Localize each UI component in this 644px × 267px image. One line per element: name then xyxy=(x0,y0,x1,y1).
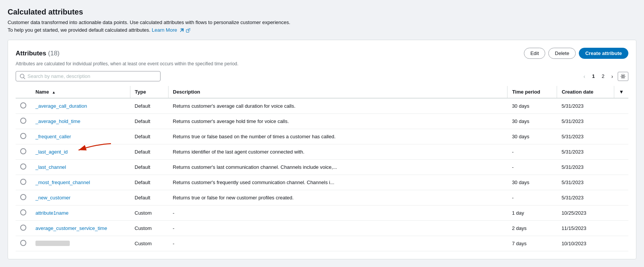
table-row: Custom - 7 days 10/10/2023 xyxy=(16,236,628,251)
row-radio-8[interactable] xyxy=(16,206,31,221)
row-name-9: average_customer_service_time xyxy=(31,221,130,236)
row-actions-10 xyxy=(614,236,628,251)
row-desc-4: Returns identifier of the last agent cus… xyxy=(168,144,507,160)
row-type-7: Default xyxy=(130,190,168,206)
row-name-3: _frequent_caller xyxy=(31,129,130,144)
row-radio-1[interactable] xyxy=(16,98,31,114)
th-check xyxy=(16,86,31,98)
row-radio-2[interactable] xyxy=(16,114,31,129)
create-attribute-button[interactable]: Create attribute xyxy=(579,48,628,59)
row-date-5: 5/31/2023 xyxy=(557,160,614,175)
delete-button[interactable]: Delete xyxy=(548,48,576,59)
row-radio-4[interactable] xyxy=(16,144,31,160)
row-radio-5[interactable] xyxy=(16,160,31,175)
row-type-5: Default xyxy=(130,160,168,175)
row-time-6: 30 days xyxy=(507,175,557,190)
table-header: Name ▲ Type Description Time period Crea… xyxy=(16,86,628,98)
row-name-5: _last_channel xyxy=(31,160,130,175)
table-row: _most_frequent_channel Default Returns c… xyxy=(16,175,628,190)
search-box[interactable] xyxy=(16,71,161,81)
row-radio-9[interactable] xyxy=(16,221,31,236)
table-row: _last_channel Default Returns customer's… xyxy=(16,160,628,175)
search-and-pagination: ‹ 1 2 › xyxy=(16,71,628,81)
pagination-controls: ‹ 1 2 › xyxy=(581,72,628,81)
row-time-5: - xyxy=(507,160,557,175)
table-row: _average_hold_time Default Returns custo… xyxy=(16,114,628,129)
row-date-6: 5/31/2023 xyxy=(557,175,614,190)
row-radio-7[interactable] xyxy=(16,190,31,206)
row-actions-1 xyxy=(614,98,628,114)
next-page-button[interactable]: › xyxy=(609,72,615,81)
table-row: _frequent_caller Default Returns true or… xyxy=(16,129,628,144)
card-title-area: Attributes (18) xyxy=(16,50,59,57)
row-actions-8 xyxy=(614,206,628,221)
search-icon xyxy=(20,74,25,79)
row-type-1: Default xyxy=(130,98,168,114)
description-line1: Customer data transformed into actionabl… xyxy=(8,19,290,25)
header-actions: Edit Delete Create attribute xyxy=(524,48,628,59)
table-wrapper: Name ▲ Type Description Time period Crea… xyxy=(16,86,628,251)
row-actions-5 xyxy=(614,160,628,175)
row-time-1: 30 days xyxy=(507,98,557,114)
card-subtitle: Attributes are calculated for individual… xyxy=(16,61,628,66)
row-time-8: 1 day xyxy=(507,206,557,221)
row-type-3: Default xyxy=(130,129,168,144)
row-type-10: Custom xyxy=(130,236,168,251)
row-date-9: 11/15/2023 xyxy=(557,221,614,236)
th-actions: ▼ xyxy=(614,86,628,98)
svg-point-5 xyxy=(622,75,624,77)
row-name-4: _last_agent_id xyxy=(31,144,130,160)
row-time-3: 30 days xyxy=(507,129,557,144)
th-time-period: Time period xyxy=(507,86,557,98)
row-time-9: 2 days xyxy=(507,221,557,236)
row-name-10 xyxy=(31,236,130,251)
description-line2: To help you get started, we provided def… xyxy=(8,27,150,33)
row-actions-3 xyxy=(614,129,628,144)
prev-page-button[interactable]: ‹ xyxy=(581,72,588,81)
row-time-4: - xyxy=(507,144,557,160)
card-title: Attributes (18) xyxy=(16,50,59,57)
row-desc-3: Returns true or false based on the numbe… xyxy=(168,129,507,144)
row-date-1: 5/31/2023 xyxy=(557,98,614,114)
blurred-name xyxy=(35,241,70,246)
row-type-2: Default xyxy=(130,114,168,129)
gear-icon xyxy=(620,74,626,79)
svg-line-4 xyxy=(24,78,25,79)
external-link-icon-small xyxy=(186,28,190,32)
table-row: average_customer_service_time Custom - 2… xyxy=(16,221,628,236)
row-desc-5: Returns customer's last communication ch… xyxy=(168,160,507,175)
row-radio-3[interactable] xyxy=(16,129,31,144)
attributes-table: Name ▲ Type Description Time period Crea… xyxy=(16,86,628,251)
row-radio-6[interactable] xyxy=(16,175,31,190)
row-radio-10[interactable] xyxy=(16,236,31,251)
table-row: _last_agent_id Default Returns i xyxy=(16,144,628,160)
row-type-4: Default xyxy=(130,144,168,160)
row-name-2: _average_hold_time xyxy=(31,114,130,129)
page-2-number[interactable]: 2 xyxy=(599,73,607,80)
row-time-2: 30 days xyxy=(507,114,557,129)
page-1-number[interactable]: 1 xyxy=(590,73,597,80)
table-settings-button[interactable] xyxy=(618,72,628,81)
row-desc-9: - xyxy=(168,221,507,236)
external-link-icon xyxy=(180,28,184,32)
row-actions-7 xyxy=(614,190,628,206)
table-body: _average_call_duration Default Returns c… xyxy=(16,98,628,251)
th-name[interactable]: Name ▲ xyxy=(31,86,130,98)
table-row: attribute1name Custom - 1 day 10/25/2023 xyxy=(16,206,628,221)
row-name-8: attribute1name xyxy=(31,206,130,221)
row-date-8: 10/25/2023 xyxy=(557,206,614,221)
edit-button[interactable]: Edit xyxy=(524,48,545,59)
row-time-10: 7 days xyxy=(507,236,557,251)
row-desc-10: - xyxy=(168,236,507,251)
row-date-7: 5/31/2023 xyxy=(557,190,614,206)
row-actions-6 xyxy=(614,175,628,190)
row-time-7: - xyxy=(507,190,557,206)
card-header: Attributes (18) Edit Delete Create attri… xyxy=(16,48,628,59)
row-date-2: 5/31/2023 xyxy=(557,114,614,129)
row-date-3: 5/31/2023 xyxy=(557,129,614,144)
search-input[interactable] xyxy=(27,73,156,79)
row-desc-8: - xyxy=(168,206,507,221)
page-description: Customer data transformed into actionabl… xyxy=(8,19,636,34)
learn-more-link[interactable]: Learn More xyxy=(152,27,190,33)
page-title: Calculated attributes xyxy=(8,8,636,16)
